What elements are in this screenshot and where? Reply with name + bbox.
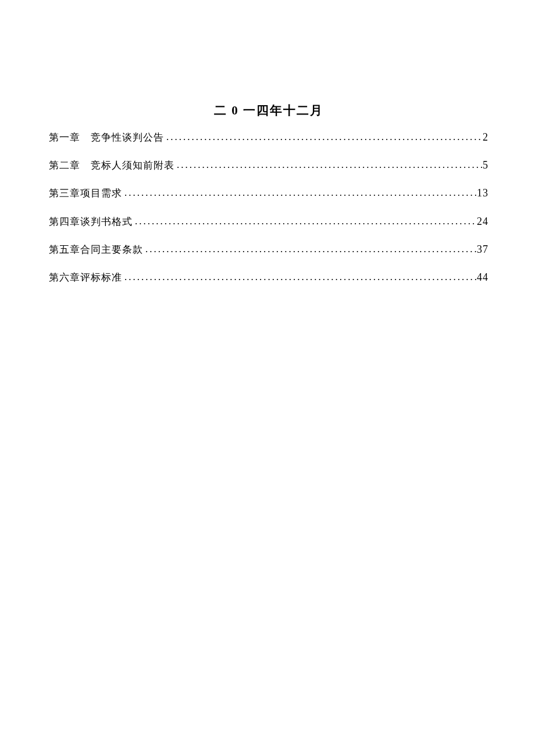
toc-entry: 第三章项目需求 ................................… xyxy=(49,186,488,200)
toc-label: 第二章 竞标人须知前附表 xyxy=(49,159,174,173)
toc-page-number: 5 xyxy=(483,158,488,173)
toc-page-number: 2 xyxy=(483,130,488,145)
toc-leader-dots: ........................................… xyxy=(143,242,477,256)
toc-page-number: 37 xyxy=(477,242,488,257)
page-title: 二 0 一四年十二月 xyxy=(49,102,488,119)
toc-leader-dots: ........................................… xyxy=(122,270,477,284)
toc-entry: 第一章 竞争性谈判公告 ............................… xyxy=(49,130,488,145)
toc-label: 第五章合同主要条款 xyxy=(49,243,143,257)
toc-label: 第三章项目需求 xyxy=(49,187,122,200)
toc-leader-dots: ........................................… xyxy=(164,130,483,144)
toc-label: 第一章 竞争性谈判公告 xyxy=(49,131,164,145)
toc-page-number: 44 xyxy=(477,270,488,285)
toc-leader-dots: ........................................… xyxy=(122,186,477,200)
toc-entry: 第六章评标标准 ................................… xyxy=(49,270,488,285)
toc-label: 第四章谈判书格式 xyxy=(49,215,133,229)
toc-page-number: 13 xyxy=(477,186,488,200)
toc-entry: 第二章 竞标人须知前附表 ...........................… xyxy=(49,158,488,173)
table-of-contents: 第一章 竞争性谈判公告 ............................… xyxy=(49,130,488,285)
toc-entry: 第四章谈判书格式 ...............................… xyxy=(49,214,488,229)
toc-page-number: 24 xyxy=(477,214,488,229)
toc-label: 第六章评标标准 xyxy=(49,271,122,285)
document-page: 二 0 一四年十二月 第一章 竞争性谈判公告 .................… xyxy=(0,0,535,285)
toc-entry: 第五章合同主要条款 ..............................… xyxy=(49,242,488,257)
toc-leader-dots: ........................................… xyxy=(174,158,483,172)
toc-leader-dots: ........................................… xyxy=(133,214,477,228)
